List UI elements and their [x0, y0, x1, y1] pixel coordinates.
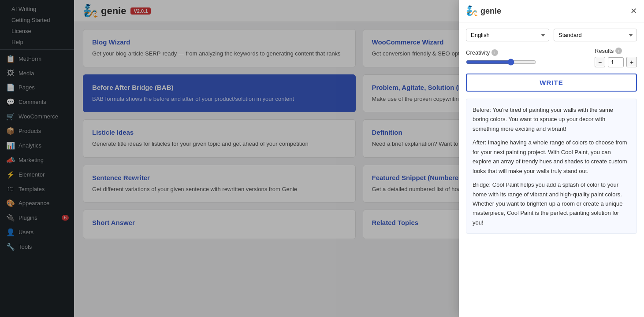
creativity-control: Creativity i: [466, 49, 586, 66]
panel-logo-text: genie: [480, 7, 501, 16]
panel-close-button[interactable]: ✕: [630, 7, 637, 15]
results-stepper: − +: [595, 57, 637, 67]
panel-genie-icon: 🧞: [466, 5, 478, 17]
results-control: Results i − +: [595, 48, 637, 67]
language-select[interactable]: English Spanish French: [466, 29, 549, 41]
output-before: Before: You're tired of painting your wa…: [473, 105, 630, 133]
creativity-slider[interactable]: [466, 59, 536, 66]
panel-header: 🧞 genie ✕: [459, 0, 644, 22]
right-panel: 🧞 genie ✕ English Spanish French Standar…: [459, 0, 644, 317]
output-bridge: Bridge: Cool Paint helps you add a splas…: [473, 180, 630, 227]
results-label: Results i: [595, 48, 637, 54]
panel-body: English Spanish French Standard Advanced…: [459, 22, 644, 317]
standard-select[interactable]: Standard Advanced: [554, 29, 637, 41]
results-info-icon[interactable]: i: [615, 48, 622, 54]
write-button[interactable]: WRITE: [466, 74, 637, 92]
panel-selects: English Spanish French Standard Advanced: [466, 29, 637, 41]
output-after: After: Imagine having a whole range of c…: [473, 138, 630, 176]
creativity-info-icon[interactable]: i: [491, 49, 498, 56]
creativity-label: Creativity i: [466, 49, 586, 56]
results-decrement-button[interactable]: −: [595, 57, 605, 67]
results-value-input[interactable]: [608, 57, 624, 67]
panel-controls-row: Creativity i Results i − +: [466, 48, 637, 67]
output-area: Before: You're tired of painting your wa…: [466, 99, 637, 234]
panel-logo: 🧞 genie: [466, 5, 501, 17]
results-increment-button[interactable]: +: [626, 57, 637, 67]
